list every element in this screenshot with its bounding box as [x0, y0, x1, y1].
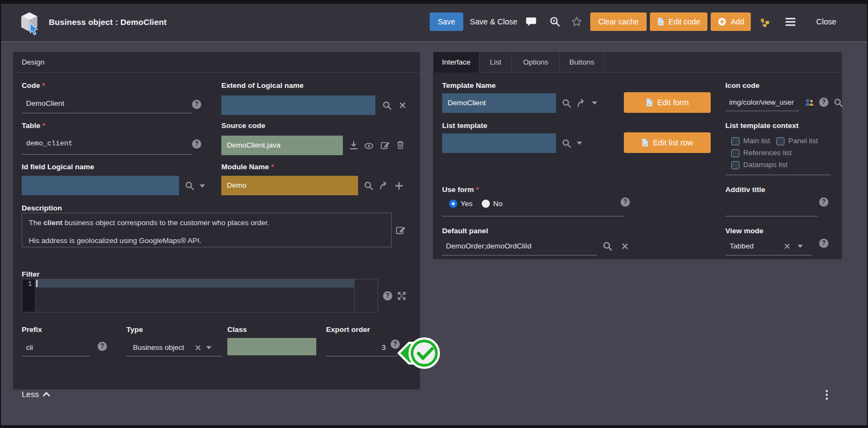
required-asterisk: * — [42, 122, 45, 130]
comments-icon[interactable] — [525, 16, 537, 28]
icon-code-search-icon[interactable] — [833, 98, 844, 108]
type-dropdown-caret-icon[interactable] — [206, 346, 212, 349]
code-label: Code* — [22, 81, 45, 90]
validation-success-badge — [394, 332, 442, 375]
references-list-checkbox[interactable] — [731, 149, 739, 157]
template-name-input[interactable]: DemoClient — [442, 93, 556, 113]
hierarchy-tree-icon[interactable] — [760, 17, 770, 28]
business-object-cube-icon — [16, 10, 42, 37]
save-and-close-button[interactable]: Save & Close — [465, 12, 522, 31]
description-textarea[interactable]: The client business object corresponds t… — [22, 213, 392, 247]
panel-list-checkbox[interactable] — [776, 137, 784, 145]
main-list-checkbox[interactable] — [731, 137, 739, 145]
window-top-border — [0, 0, 868, 4]
icon-code-help-icon[interactable]: ? — [819, 98, 828, 107]
main-list-checkbox-label: Main list — [743, 137, 770, 145]
module-add-plus-icon[interactable] — [394, 181, 404, 191]
export-order-value[interactable]: 3 — [326, 343, 386, 352]
list-template-input[interactable] — [442, 133, 556, 153]
extend-search-icon[interactable] — [382, 100, 392, 111]
use-form-help-icon[interactable]: ? — [621, 197, 630, 207]
id-field-search-icon[interactable] — [184, 181, 195, 191]
editor-line-number: 1 — [22, 279, 35, 312]
zoom-search-icon[interactable] — [549, 16, 561, 28]
menu-hamburger-icon[interactable] — [786, 18, 795, 27]
more-options-kebab-icon[interactable] — [826, 388, 828, 401]
table-help-icon[interactable]: ? — [192, 139, 201, 149]
default-panel-clear-icon[interactable] — [621, 242, 629, 251]
default-panel-value[interactable]: DemoOrder;demoOrdCliId — [446, 242, 532, 250]
id-field-input[interactable] — [22, 176, 179, 195]
view-source-eye-icon[interactable] — [363, 141, 374, 151]
template-dropdown-caret-icon[interactable] — [592, 101, 597, 105]
description-line1: The client business object corresponds t… — [29, 218, 385, 228]
template-search-icon[interactable] — [561, 98, 572, 108]
view-mode-clear-icon[interactable] — [783, 242, 791, 250]
required-asterisk: * — [42, 81, 45, 90]
use-form-yes-radio[interactable] — [449, 200, 457, 208]
filter-help-icon[interactable]: ? — [383, 291, 392, 301]
list-template-search-icon[interactable] — [561, 138, 572, 149]
extend-input[interactable] — [221, 95, 375, 115]
icon-code-underline — [725, 111, 799, 111]
extend-clear-icon[interactable] — [398, 101, 407, 110]
edit-description-icon[interactable] — [395, 225, 406, 235]
list-template-context-underline — [725, 175, 831, 175]
document-icon — [641, 138, 649, 147]
tab-interface[interactable]: Interface — [433, 52, 480, 73]
favorite-star-icon[interactable] — [571, 16, 583, 28]
module-search-icon[interactable] — [363, 181, 374, 191]
tab-options[interactable]: Options — [512, 52, 560, 73]
less-toggle[interactable]: Less — [22, 389, 50, 399]
required-asterisk: * — [271, 163, 274, 171]
add-button[interactable]: Add — [711, 12, 751, 31]
id-field-dropdown-caret-icon[interactable] — [200, 184, 205, 188]
view-mode-underline — [725, 255, 812, 255]
additiv-title-underline — [725, 216, 818, 216]
tab-bar: Interface List Options Buttons — [433, 52, 842, 73]
table-value[interactable]: demo_client — [26, 139, 73, 148]
list-template-dropdown-caret-icon[interactable] — [577, 142, 582, 145]
edit-list-row-button[interactable]: Edit list row — [624, 132, 711, 153]
filter-code-editor[interactable]: 1 — [22, 279, 378, 312]
save-button[interactable]: Save — [430, 12, 463, 31]
edit-source-icon[interactable] — [380, 140, 390, 150]
delete-source-trash-icon[interactable] — [395, 140, 405, 150]
default-panel-search-icon[interactable] — [602, 241, 613, 252]
tab-buttons[interactable]: Buttons — [560, 52, 604, 73]
close-button[interactable]: Close — [809, 12, 843, 31]
tab-list[interactable]: List — [480, 52, 512, 73]
download-icon[interactable] — [348, 140, 359, 151]
code-value[interactable]: DemoClient — [26, 99, 65, 107]
module-input[interactable]: Demo — [221, 176, 358, 195]
edit-code-button[interactable]: Edit code — [650, 12, 707, 31]
default-panel-label: Default panel — [442, 227, 488, 235]
design-panel: Design Code* DemoClient ? Extend of Logi… — [13, 52, 420, 389]
list-template-context-label: List template context — [725, 122, 799, 130]
edit-form-button[interactable]: Edit form — [624, 92, 711, 113]
app-window: Business object : DemoClient Save Save &… — [0, 0, 868, 428]
class-input[interactable] — [227, 338, 316, 355]
view-mode-help-icon[interactable]: ? — [819, 239, 828, 248]
prefix-value[interactable]: cli — [26, 343, 33, 352]
datamaps-list-checkbox-label: Datamaps list — [743, 161, 788, 169]
code-help-icon[interactable]: ? — [192, 100, 201, 109]
prefix-help-icon[interactable]: ? — [98, 342, 107, 351]
use-form-no-radio[interactable] — [482, 200, 490, 208]
view-mode-dropdown-caret-icon[interactable] — [797, 245, 803, 248]
additiv-title-help-icon[interactable]: ? — [819, 197, 828, 207]
view-mode-value[interactable]: Tabbed — [730, 242, 754, 250]
template-open-arrow-icon[interactable] — [576, 98, 587, 108]
source-code-input[interactable]: DemoClient.java — [221, 136, 343, 155]
module-label: Module Name* — [221, 163, 274, 171]
default-panel-underline — [442, 255, 597, 255]
clear-cache-button[interactable]: Clear cache — [590, 12, 647, 31]
source-code-label: Source code — [221, 122, 265, 130]
module-open-arrow-icon[interactable] — [379, 180, 390, 191]
type-clear-icon[interactable] — [194, 344, 202, 352]
icon-code-value[interactable]: img/color/view_user — [729, 98, 794, 106]
references-list-checkbox-label: References list — [743, 149, 792, 157]
type-value[interactable]: Business object — [133, 343, 184, 352]
filter-expand-icon[interactable] — [397, 291, 407, 301]
datamaps-list-checkbox[interactable] — [731, 161, 739, 169]
